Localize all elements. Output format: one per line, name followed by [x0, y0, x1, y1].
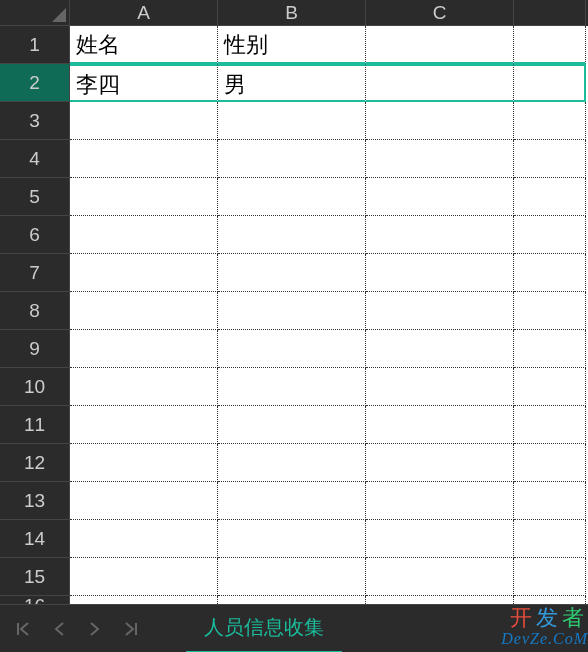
cell-B3[interactable] [218, 102, 366, 140]
cell-A13[interactable] [70, 482, 218, 520]
cell-A8[interactable] [70, 292, 218, 330]
cell-D15[interactable] [514, 558, 586, 596]
row-12: 12 [0, 444, 588, 482]
row-header-12[interactable]: 12 [0, 444, 70, 482]
row-14: 14 [0, 520, 588, 558]
cell-B10[interactable] [218, 368, 366, 406]
cell-A14[interactable] [70, 520, 218, 558]
row-header-1[interactable]: 1 [0, 26, 70, 64]
watermark-url: DevZe.CoM [501, 630, 588, 648]
row-5: 5 [0, 178, 588, 216]
row-13: 13 [0, 482, 588, 520]
footer-bar: 人员信息收集 开 发 者 DevZe.CoM [0, 604, 588, 652]
cell-C2[interactable] [366, 64, 514, 102]
cell-D14[interactable] [514, 520, 586, 558]
row-header-14[interactable]: 14 [0, 520, 70, 558]
cell-D2[interactable] [514, 64, 586, 102]
nav-last-icon[interactable] [116, 611, 146, 647]
cell-A5[interactable] [70, 178, 218, 216]
cell-C1[interactable] [366, 26, 514, 64]
column-header-C[interactable]: C [366, 0, 514, 26]
cell-A2[interactable]: 李四 [70, 64, 218, 102]
cell-A7[interactable] [70, 254, 218, 292]
cell-B8[interactable] [218, 292, 366, 330]
cell-B5[interactable] [218, 178, 366, 216]
nav-next-icon[interactable] [80, 611, 110, 647]
row-header-16[interactable]: 16 [0, 596, 70, 604]
cell-D7[interactable] [514, 254, 586, 292]
cell-A1[interactable]: 姓名 [70, 26, 218, 64]
cell-C4[interactable] [366, 140, 514, 178]
cell-B4[interactable] [218, 140, 366, 178]
cell-D10[interactable] [514, 368, 586, 406]
cell-C8[interactable] [366, 292, 514, 330]
row-header-7[interactable]: 7 [0, 254, 70, 292]
cell-C7[interactable] [366, 254, 514, 292]
cell-D3[interactable] [514, 102, 586, 140]
cell-C10[interactable] [366, 368, 514, 406]
cell-B11[interactable] [218, 406, 366, 444]
cell-B7[interactable] [218, 254, 366, 292]
cell-A3[interactable] [70, 102, 218, 140]
row-header-8[interactable]: 8 [0, 292, 70, 330]
cell-B6[interactable] [218, 216, 366, 254]
spreadsheet-app: A B C 1姓名性别2李四男345678910111213141516 人员信… [0, 0, 588, 652]
cell-C9[interactable] [366, 330, 514, 368]
cell-A9[interactable] [70, 330, 218, 368]
cell-B12[interactable] [218, 444, 366, 482]
cell-C15[interactable] [366, 558, 514, 596]
column-header-A[interactable]: A [70, 0, 218, 26]
cell-B1[interactable]: 性别 [218, 26, 366, 64]
row-header-15[interactable]: 15 [0, 558, 70, 596]
cell-C13[interactable] [366, 482, 514, 520]
cell-D13[interactable] [514, 482, 586, 520]
row-header-6[interactable]: 6 [0, 216, 70, 254]
cell-D6[interactable] [514, 216, 586, 254]
row-header-13[interactable]: 13 [0, 482, 70, 520]
row-header-10[interactable]: 10 [0, 368, 70, 406]
cell-D12[interactable] [514, 444, 586, 482]
cell-C5[interactable] [366, 178, 514, 216]
cell-C14[interactable] [366, 520, 514, 558]
nav-prev-icon[interactable] [44, 611, 74, 647]
column-header-D[interactable] [514, 0, 586, 26]
cell-A6[interactable] [70, 216, 218, 254]
watermark-title: 开 发 者 [510, 606, 588, 630]
sheet-tab-active[interactable]: 人员信息收集 [186, 604, 342, 653]
cell-D11[interactable] [514, 406, 586, 444]
row-header-3[interactable]: 3 [0, 102, 70, 140]
watermark: 开 发 者 DevZe.CoM [501, 606, 588, 648]
cell-B14[interactable] [218, 520, 366, 558]
column-header-B[interactable]: B [218, 0, 366, 26]
cell-A12[interactable] [70, 444, 218, 482]
cell-D5[interactable] [514, 178, 586, 216]
cell-B13[interactable] [218, 482, 366, 520]
column-header-row: A B C [0, 0, 588, 26]
cell-C12[interactable] [366, 444, 514, 482]
cell-B2[interactable]: 男 [218, 64, 366, 102]
cell-A10[interactable] [70, 368, 218, 406]
cell-C11[interactable] [366, 406, 514, 444]
cell-C16[interactable] [366, 596, 514, 604]
cell-A15[interactable] [70, 558, 218, 596]
row-1: 1姓名性别 [0, 26, 588, 64]
row-header-9[interactable]: 9 [0, 330, 70, 368]
cell-A4[interactable] [70, 140, 218, 178]
row-header-11[interactable]: 11 [0, 406, 70, 444]
cell-C6[interactable] [366, 216, 514, 254]
cell-B15[interactable] [218, 558, 366, 596]
cell-B9[interactable] [218, 330, 366, 368]
cell-D8[interactable] [514, 292, 586, 330]
row-header-5[interactable]: 5 [0, 178, 70, 216]
cell-D9[interactable] [514, 330, 586, 368]
cell-C3[interactable] [366, 102, 514, 140]
cell-D1[interactable] [514, 26, 586, 64]
row-11: 11 [0, 406, 588, 444]
select-all-corner[interactable] [0, 0, 70, 26]
cell-D16[interactable] [514, 596, 586, 604]
row-header-4[interactable]: 4 [0, 140, 70, 178]
row-header-2[interactable]: 2 [0, 64, 70, 102]
nav-first-icon[interactable] [8, 611, 38, 647]
cell-D4[interactable] [514, 140, 586, 178]
cell-A11[interactable] [70, 406, 218, 444]
